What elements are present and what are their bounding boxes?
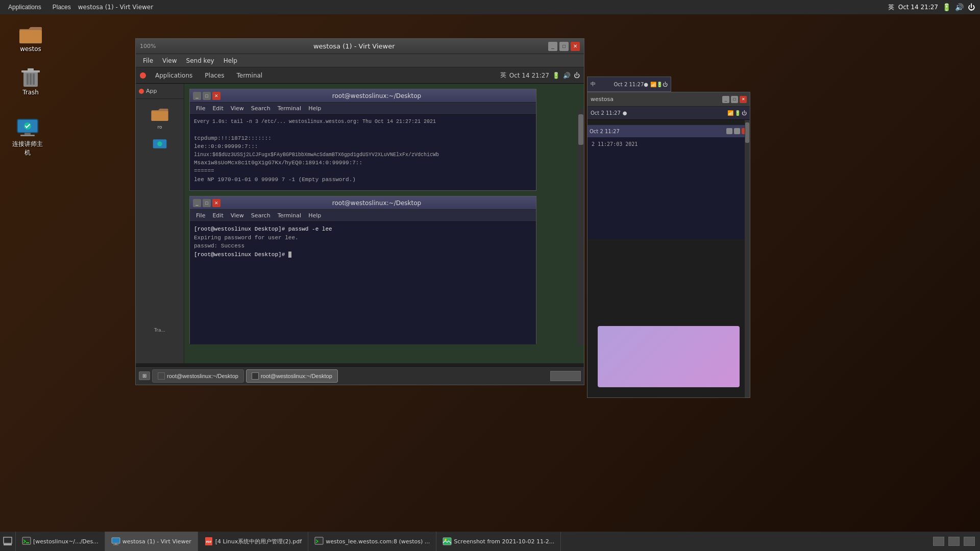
bottom-task-westos-vm[interactable]: [westoslinux~/.../Des...	[16, 532, 105, 551]
bottom-task-screenshot-label: Screenshot from 2021-10-02 11-2...	[454, 538, 554, 545]
pager-btn-1[interactable]	[933, 537, 944, 546]
inner-power-icon: ⏻	[574, 72, 580, 79]
virt-help-menu[interactable]: Help	[219, 56, 241, 65]
virt-view-menu[interactable]: View	[158, 56, 181, 65]
side-panel-max[interactable]: □	[731, 96, 738, 103]
term2-line-2: passwd: Success	[194, 242, 532, 251]
bottom-task-virt-viewer[interactable]: westosa (1) - Virt Viewer	[105, 532, 198, 551]
svg-rect-22	[115, 543, 117, 544]
term-icon-2	[252, 372, 259, 380]
side-panel-scrollbar[interactable]	[745, 120, 750, 397]
svg-rect-7	[33, 73, 35, 85]
virt-file-menu[interactable]: File	[139, 56, 157, 65]
virt-taskbar-btn-1[interactable]: root@westoslinux:~/Desktop	[152, 369, 244, 383]
virt-viewer-titlebar: 100% westosa (1) - Virt Viewer _ □ ✕	[136, 39, 584, 54]
side-panel-folder-label: ro	[157, 124, 162, 130]
term1-search-menu[interactable]: Search	[248, 105, 274, 112]
side-panel-right: westosa _ □ ✕ Oct 2 11:27 ● 📶 🔋 ⏻ Oct 2 …	[587, 92, 750, 398]
nested-terminal-title: Oct 2 11:27	[590, 129, 620, 134]
show-desktop-btn[interactable]	[0, 532, 16, 551]
term2-search-menu[interactable]: Search	[248, 212, 274, 219]
terminal-1-minimize[interactable]: _	[193, 92, 201, 100]
terminal-1-close[interactable]: ✕	[212, 92, 220, 100]
terminal-2-close[interactable]: ✕	[212, 199, 220, 207]
outer-places-menu[interactable]: Places	[48, 3, 75, 12]
term1-help-menu[interactable]: Help	[305, 105, 324, 112]
virt-viewer-content: App ro	[136, 84, 584, 363]
term2-help-menu[interactable]: Help	[305, 212, 324, 219]
svg-rect-6	[30, 73, 32, 85]
term1-view-menu[interactable]: View	[228, 105, 247, 112]
term1-file-menu[interactable]: File	[193, 105, 208, 112]
expand-button[interactable]: ⊞	[139, 371, 150, 380]
bottom-task-westos-label: [westoslinux~/.../Des...	[33, 538, 99, 545]
virt-viewer-close[interactable]: ✕	[571, 42, 580, 51]
svg-point-28	[445, 539, 447, 541]
pager-btn-3[interactable]	[964, 537, 975, 546]
svg-rect-5	[27, 73, 29, 85]
desktop-icon-trash[interactable]: Trash	[10, 61, 51, 99]
term2-line-0: [root@westoslinux Desktop]# passwd -e le…	[194, 225, 532, 234]
side-window-top-icons: 📶🔋⏻	[650, 82, 668, 87]
svg-rect-18	[4, 544, 12, 545]
terminal-2-maximize[interactable]: □	[203, 199, 211, 207]
terminal-1-titlebar: _ □ ✕ root@westoslinux:~/Desktop	[190, 89, 536, 103]
virt-taskbar-label-1: root@westoslinux:~/Desktop	[167, 373, 238, 379]
term2-terminal-menu[interactable]: Terminal	[275, 212, 305, 219]
term2-file-menu[interactable]: File	[193, 212, 208, 219]
svg-rect-21	[112, 538, 120, 543]
terminal-1-maximize[interactable]: □	[203, 92, 211, 100]
desktop-icon-connect[interactable]: 连接讲师主机	[7, 112, 48, 160]
terminal-2-minimize[interactable]: _	[193, 199, 201, 207]
inner-datetime: Oct 14 21:27	[509, 72, 549, 79]
bottom-task-pdf-label: [4 Linux系统中的用户管理(2).pdf	[215, 538, 302, 545]
virt-sendkey-menu[interactable]: Send key	[182, 56, 218, 65]
svg-rect-17	[4, 537, 12, 543]
inner-terminal-menu[interactable]: Terminal	[232, 71, 266, 80]
terminal-2-menubar: File Edit View Search Terminal Help	[190, 210, 536, 222]
side-panel-remote-icon	[152, 137, 168, 153]
nested-term-min[interactable]	[726, 128, 732, 134]
term2-view-menu[interactable]: View	[228, 212, 247, 219]
nested-term-max[interactable]	[734, 128, 740, 134]
term1-edit-menu[interactable]: Edit	[209, 105, 226, 112]
side-panel-min[interactable]: _	[722, 96, 729, 103]
virt-viewer-maximize[interactable]: □	[559, 42, 569, 51]
term1-terminal-menu[interactable]: Terminal	[275, 105, 305, 112]
term1-line-3: lee::0:0:99999:7:::	[194, 142, 532, 151]
term1-line-0: Every 1.0s: tail -n 3 /etc/... westoslin…	[194, 118, 532, 126]
pager-btn-2[interactable]	[948, 537, 960, 546]
connect-icon-label: 连接讲师主机	[10, 140, 45, 157]
desktop: Applications Places westosa (1) - Virt V…	[0, 0, 980, 551]
outer-applications-menu[interactable]: Applications	[4, 3, 45, 12]
outer-lang: 英	[888, 3, 894, 12]
virt-scrollbar[interactable]	[578, 109, 584, 345]
side-panel-close[interactable]: ✕	[740, 96, 747, 103]
battery-icon: 🔋	[942, 3, 951, 11]
svg-rect-4	[28, 68, 34, 71]
image-icon	[443, 537, 452, 546]
term1-line-1	[194, 126, 532, 134]
inner-places-menu[interactable]: Places	[201, 71, 228, 80]
term1-line-6: ======	[194, 167, 532, 176]
side-panel-connect	[136, 135, 184, 155]
side-panel-conn-dot: ●	[623, 110, 627, 116]
side-panel-inner-bar: Oct 2 11:27 ● 📶 🔋 ⏻	[587, 107, 750, 120]
side-panel-purple-box	[598, 326, 740, 387]
bottom-task-westos-student[interactable]: westos_lee.westos.com:8 (westos) ...	[308, 532, 436, 551]
westos-icon-label: westos	[20, 45, 41, 53]
desktop-icon-westos[interactable]: westos	[10, 18, 51, 56]
bottom-taskbar: [westoslinux~/.../Des... westosa (1) - V…	[0, 532, 980, 551]
side-window-top-lang: 中	[591, 81, 614, 88]
virt-taskbar-btn-2[interactable]: root@westoslinux:~/Desktop	[246, 369, 338, 383]
side-panel-trash: Tra...	[136, 328, 184, 333]
virt-viewer-minimize[interactable]: _	[548, 42, 557, 51]
bottom-task-pdf[interactable]: PDF [4 Linux系统中的用户管理(2).pdf	[198, 532, 308, 551]
inner-applications-menu[interactable]: Applications	[151, 71, 197, 80]
virt-pager[interactable]	[550, 371, 581, 381]
bottom-task-screenshot[interactable]: Screenshot from 2021-10-02 11-2...	[436, 532, 561, 551]
side-panel-app-label: App	[146, 88, 157, 94]
terminal-icon-2	[314, 537, 324, 546]
outer-taskbar: Applications Places westosa (1) - Virt V…	[0, 0, 980, 14]
term2-edit-menu[interactable]: Edit	[209, 212, 226, 219]
